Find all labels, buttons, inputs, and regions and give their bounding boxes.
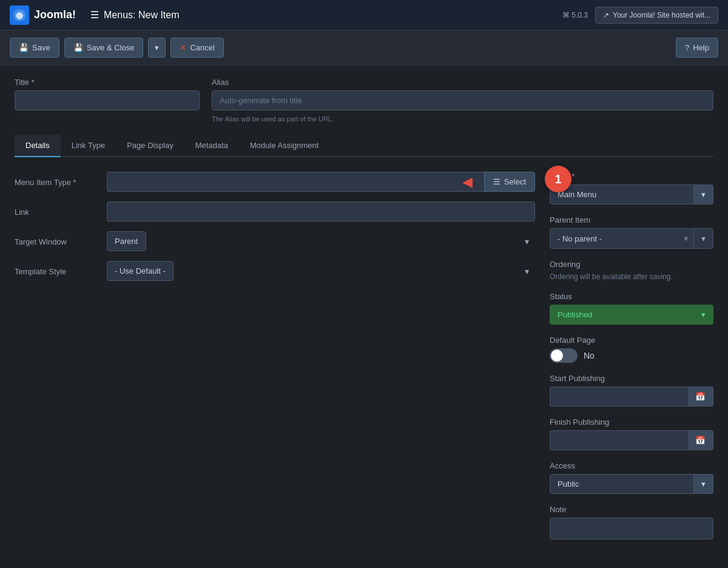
note-label: Note (550, 505, 713, 514)
menu-field-label: Menu * (550, 172, 713, 181)
template-style-row: Template Style - Use Default - (15, 261, 535, 281)
nav-right: ⌘ 5.0.3 ↗ Your Joomla! Site hosted wit..… (562, 7, 718, 24)
menu-item-type-row: Menu Item Type * ☰ Select ◀ (15, 172, 535, 192)
logo-text: Joomla! (34, 8, 76, 21)
save-close-button[interactable]: 💾 Save & Close (64, 38, 144, 58)
status-control: Published ▾ (550, 305, 713, 325)
default-page-no-label: No (584, 351, 595, 360)
alias-label: Alias (212, 78, 713, 87)
parent-item-control: - No parent - × ▾ (550, 228, 713, 249)
template-style-control: - Use Default - (107, 261, 535, 281)
default-page-field-group: Default Page No (550, 336, 713, 363)
access-dropdown-control: Public ▾ (550, 474, 713, 494)
note-field-group: Note (550, 505, 713, 539)
target-window-select[interactable]: Parent (107, 231, 146, 251)
toggle-knob (551, 350, 563, 362)
title-field-group: Title * (15, 78, 200, 123)
external-link-icon: ↗ (603, 11, 609, 19)
tabs-container: Details Link Type Page Display Metadata … (15, 135, 713, 157)
menu-dropdown-control: Main Menu ▾ (550, 184, 713, 205)
start-publishing-field-group: Start Publishing 📅 (550, 374, 713, 407)
content-grid: Menu Item Type * ☰ Select ◀ (15, 172, 713, 550)
right-panel: Menu * Main Menu ▾ Parent Item - No pare… (550, 172, 713, 550)
menu-item-type-control: ☰ Select ◀ 1 (107, 172, 535, 192)
link-label: Link (15, 201, 99, 217)
start-publishing-calendar-btn[interactable]: 📅 (688, 387, 713, 407)
default-page-label: Default Page (550, 336, 713, 345)
menu-item-type-label: Menu Item Type * (15, 172, 99, 187)
note-input[interactable] (550, 518, 713, 539)
list-icon: ☰ (493, 177, 500, 186)
finish-publishing-calendar-btn[interactable]: 📅 (688, 430, 713, 450)
tab-page-display[interactable]: Page Display (116, 135, 184, 157)
target-window-control: Parent (107, 231, 535, 251)
joomla-logo: Joomla! (10, 5, 76, 25)
save-button[interactable]: 💾 Save (10, 38, 59, 58)
alias-input[interactable] (212, 90, 713, 110)
access-field-group: Access Public ▾ (550, 461, 713, 494)
cancel-button[interactable]: ✕ Cancel (170, 38, 223, 58)
finish-publishing-field-group: Finish Publishing 📅 (550, 418, 713, 450)
title-input[interactable] (15, 90, 200, 110)
link-control (107, 201, 535, 221)
access-dropdown-arrow[interactable]: ▾ (694, 474, 713, 494)
template-style-select[interactable]: - Use Default - (107, 261, 174, 281)
link-row: Link (15, 201, 535, 221)
default-page-row: No (550, 348, 713, 363)
status-dropdown-btn[interactable]: ▾ (693, 305, 713, 325)
help-icon: ? (685, 43, 689, 52)
left-panel: Menu Item Type * ☰ Select ◀ (15, 172, 535, 550)
tab-link-type[interactable]: Link Type (61, 135, 116, 157)
ordering-hint: Ordering will be available after saving. (550, 272, 713, 281)
menu-dropdown-arrow[interactable]: ▾ (694, 184, 713, 205)
toolbar-left: 💾 Save 💾 Save & Close ▾ ✕ Cancel (10, 38, 676, 58)
access-label: Access (550, 461, 713, 470)
template-style-label: Template Style (15, 261, 99, 276)
tab-details[interactable]: Details (15, 135, 61, 157)
start-publishing-input[interactable] (550, 387, 688, 407)
menu-item-type-input[interactable] (107, 172, 484, 192)
select-btn-wrapper: ☰ Select ◀ 1 (484, 172, 535, 192)
tab-module-assignment[interactable]: Module Assignment (239, 135, 329, 157)
save-dropdown-button[interactable]: ▾ (148, 38, 166, 58)
template-style-select-wrapper: - Use Default - (107, 261, 535, 281)
parent-item-clear-btn[interactable]: × (679, 229, 694, 248)
default-page-toggle[interactable] (550, 348, 578, 363)
start-publishing-label: Start Publishing (550, 374, 713, 383)
status-label: Status (550, 292, 713, 301)
menu-field-group: Menu * Main Menu ▾ (550, 172, 713, 205)
chevron-down-icon: ▾ (701, 479, 706, 489)
alias-field-group: Alias The Alias will be used as part of … (212, 78, 713, 123)
top-navigation: Joomla! ☰ Menus: New Item ⌘ 5.0.3 ↗ Your… (0, 0, 728, 30)
access-select[interactable]: Public (550, 474, 694, 494)
parent-item-field-group: Parent Item - No parent - × ▾ (550, 215, 713, 249)
ordering-label: Ordering (550, 260, 713, 269)
site-hosted-button[interactable]: ↗ Your Joomla! Site hosted wit... (595, 7, 718, 24)
finish-publishing-input[interactable] (550, 430, 688, 450)
chevron-down-icon: ▾ (701, 190, 706, 199)
target-window-row: Target Window Parent (15, 231, 535, 251)
finish-publishing-control: 📅 (550, 430, 713, 450)
cancel-icon: ✕ (180, 43, 186, 52)
calendar-icon: 📅 (695, 392, 706, 401)
parent-item-value: - No parent - (550, 229, 679, 248)
page-title: ☰ Menus: New Item (90, 9, 562, 21)
menu-select[interactable]: Main Menu (550, 184, 694, 205)
annotation-circle-1: 1 (545, 166, 571, 192)
target-window-label: Target Window (15, 231, 99, 246)
tab-metadata[interactable]: Metadata (184, 135, 239, 157)
select-button[interactable]: ☰ Select (484, 172, 535, 192)
calendar-icon: 📅 (695, 436, 706, 445)
save-icon: 💾 (19, 43, 29, 52)
hamburger-icon: ☰ (90, 9, 99, 21)
save-close-icon: 💾 (73, 43, 83, 52)
link-input[interactable] (107, 201, 535, 221)
target-window-select-wrapper: Parent (107, 231, 535, 251)
chevron-down-icon: ▾ (155, 43, 159, 52)
status-field-group: Status Published ▾ (550, 292, 713, 325)
parent-item-label: Parent Item (550, 215, 713, 225)
title-label: Title * (15, 78, 200, 87)
form-area: Title * Alias The Alias will be used as … (0, 66, 728, 563)
help-button[interactable]: ? Help (676, 38, 718, 58)
parent-item-arrow-btn[interactable]: ▾ (694, 229, 713, 248)
